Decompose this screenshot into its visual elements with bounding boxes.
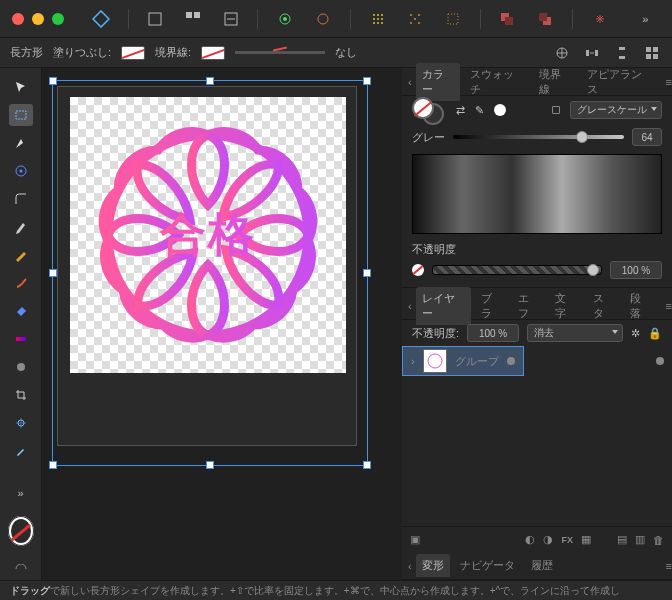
grey-slider[interactable] bbox=[453, 135, 624, 139]
tab-transform[interactable]: 変形 bbox=[416, 554, 450, 577]
gear-icon[interactable]: ✲ bbox=[631, 327, 640, 340]
eyedropper-tool[interactable] bbox=[9, 440, 33, 462]
tab-layers[interactable]: レイヤー bbox=[416, 287, 471, 325]
lock-aspect-icon[interactable] bbox=[552, 106, 560, 114]
persona-export-button[interactable] bbox=[216, 6, 246, 32]
opacity-value[interactable]: 100 % bbox=[610, 261, 662, 279]
swap-colors-icon[interactable] bbox=[9, 558, 33, 580]
close-window-icon[interactable] bbox=[12, 13, 24, 25]
panel-collapse-icon[interactable]: ‹ bbox=[408, 300, 412, 312]
layer-opacity-value[interactable]: 100 % bbox=[467, 324, 519, 342]
status-text: で新しい長方形シェイプを作成します。+⇧で比率を固定します。+⌘で、中心点から作… bbox=[50, 584, 620, 598]
persona-vector-button[interactable] bbox=[141, 6, 171, 32]
eyedropper-icon[interactable]: ✎ bbox=[475, 104, 484, 117]
crop-tool[interactable] bbox=[9, 384, 33, 406]
svg-point-8 bbox=[373, 14, 375, 16]
lock-icon[interactable]: 🔒 bbox=[648, 327, 662, 340]
doc-setup-button[interactable] bbox=[308, 6, 338, 32]
blend-mode-dropdown[interactable]: 消去 bbox=[527, 324, 623, 342]
gradient-tool[interactable] bbox=[9, 328, 33, 350]
persona-pixel-button[interactable] bbox=[178, 6, 208, 32]
fullscreen-window-icon[interactable] bbox=[52, 13, 64, 25]
overflow-icon[interactable]: » bbox=[630, 6, 660, 32]
panel-collapse-icon[interactable]: ‹ bbox=[408, 76, 412, 88]
layers-footer: ▣ ◐ ◑ FX ▦ ▤ ▥ 🗑 bbox=[402, 526, 672, 552]
svg-marker-0 bbox=[93, 11, 109, 27]
fx-icon[interactable]: ◑ bbox=[543, 533, 553, 546]
prefs-button[interactable] bbox=[270, 6, 300, 32]
tab-navigator[interactable]: ナビゲータ bbox=[454, 554, 521, 577]
visibility-dot[interactable] bbox=[507, 357, 515, 365]
mask-icon[interactable]: ▣ bbox=[410, 533, 420, 546]
color-spectrum[interactable] bbox=[412, 154, 662, 234]
tab-appearance[interactable]: アピアランス bbox=[581, 63, 657, 101]
tab-stroke[interactable]: 境界線 bbox=[533, 63, 577, 101]
svg-rect-36 bbox=[16, 111, 26, 119]
no-opacity-icon[interactable] bbox=[412, 264, 424, 276]
tab-paragraph[interactable]: 段落 bbox=[624, 287, 657, 325]
svg-rect-34 bbox=[646, 54, 651, 59]
align-icon[interactable] bbox=[552, 43, 572, 63]
color-model-dropdown[interactable]: グレースケール bbox=[570, 101, 662, 119]
snap-dots1-icon[interactable] bbox=[363, 6, 393, 32]
delete-layer-icon[interactable]: 🗑 bbox=[653, 534, 664, 546]
rectangle-tool[interactable] bbox=[9, 104, 33, 126]
tab-text[interactable]: 文字 bbox=[549, 287, 582, 325]
tab-styles[interactable]: スタ bbox=[587, 287, 620, 325]
layer-name[interactable]: グループ bbox=[455, 354, 499, 369]
color-well-large[interactable] bbox=[8, 516, 34, 546]
tab-swatches[interactable]: スウォッチ bbox=[464, 63, 530, 101]
crop-icon[interactable]: ▦ bbox=[581, 533, 591, 546]
panel-collapse-icon[interactable]: ‹ bbox=[408, 560, 412, 572]
node-tool[interactable] bbox=[9, 132, 33, 154]
color-well[interactable] bbox=[412, 97, 446, 123]
tab-brushes[interactable]: ブラ bbox=[475, 287, 508, 325]
transparency-tool[interactable] bbox=[9, 356, 33, 378]
pen-tool[interactable] bbox=[9, 216, 33, 238]
add-layer-icon[interactable]: ▤ bbox=[617, 533, 627, 546]
swap-arrows-icon[interactable]: ⇄ bbox=[456, 104, 465, 117]
pencil-tool[interactable] bbox=[9, 244, 33, 266]
svg-point-40 bbox=[17, 363, 25, 371]
distribute-h-icon[interactable] bbox=[582, 43, 602, 63]
app-logo-icon bbox=[86, 6, 116, 32]
canvas[interactable]: 合格 bbox=[42, 68, 402, 580]
disclosure-icon[interactable]: › bbox=[411, 355, 415, 367]
tab-effects[interactable]: エフ bbox=[512, 287, 545, 325]
opacity-slider[interactable] bbox=[432, 265, 602, 275]
panel-menu-icon[interactable]: ≡ bbox=[666, 76, 672, 88]
corner-tool[interactable] bbox=[9, 188, 33, 210]
add-pixel-layer-icon[interactable]: ▥ bbox=[635, 533, 645, 546]
snapping-toggle[interactable] bbox=[585, 6, 615, 32]
svg-point-13 bbox=[381, 18, 383, 20]
arrange-front-button[interactable] bbox=[530, 6, 560, 32]
arrange-back-button[interactable] bbox=[493, 6, 523, 32]
snap-dots2-icon[interactable] bbox=[400, 6, 430, 32]
tool-overflow[interactable]: » bbox=[9, 482, 33, 504]
fill-tool[interactable] bbox=[9, 300, 33, 322]
layer-opacity-label: 不透明度: bbox=[412, 326, 459, 341]
shape-tool[interactable] bbox=[9, 412, 33, 434]
stroke-swatch[interactable] bbox=[201, 46, 225, 60]
snap-dots3-icon[interactable] bbox=[438, 6, 468, 32]
tab-color[interactable]: カラー bbox=[416, 63, 460, 101]
tab-history[interactable]: 履歴 bbox=[525, 554, 559, 577]
grey-value[interactable]: 64 bbox=[632, 128, 662, 146]
layer-row[interactable]: › グループ bbox=[402, 346, 524, 376]
selection-bounds bbox=[52, 80, 368, 466]
move-tool[interactable] bbox=[9, 76, 33, 98]
sample-dot-icon[interactable] bbox=[494, 104, 506, 116]
panel-menu-icon[interactable]: ≡ bbox=[666, 560, 672, 572]
grid-icon[interactable] bbox=[642, 43, 662, 63]
stroke-width-slider[interactable] bbox=[235, 51, 325, 54]
minimize-window-icon[interactable] bbox=[32, 13, 44, 25]
fill-swatch[interactable] bbox=[121, 46, 145, 60]
point-transform-tool[interactable] bbox=[9, 160, 33, 182]
svg-rect-28 bbox=[586, 50, 589, 56]
panel-menu-icon[interactable]: ≡ bbox=[666, 300, 672, 312]
adjustment-icon[interactable]: ◐ bbox=[525, 533, 535, 546]
visibility-dot[interactable] bbox=[656, 357, 664, 365]
distribute-v-icon[interactable] bbox=[612, 43, 632, 63]
brush-tool[interactable] bbox=[9, 272, 33, 294]
fx2-icon[interactable]: FX bbox=[561, 535, 573, 545]
